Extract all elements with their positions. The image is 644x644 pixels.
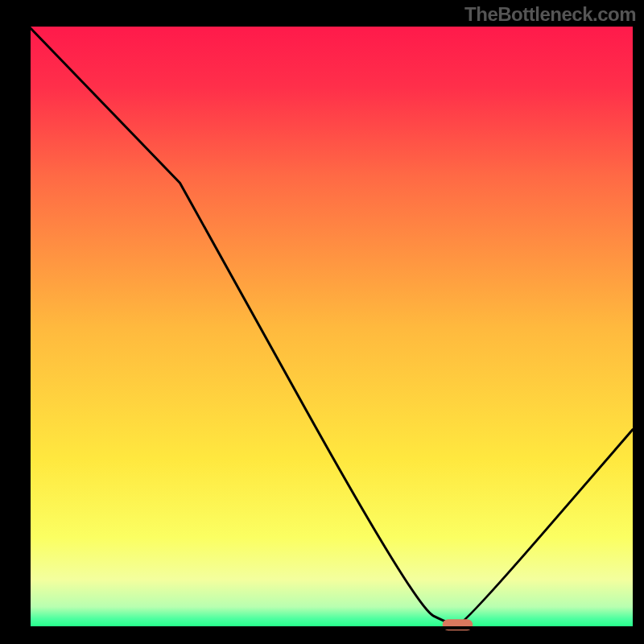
- bottleneck-chart: [0, 0, 644, 644]
- plot-background: [29, 27, 633, 628]
- watermark-text: TheBottleneck.com: [464, 3, 636, 26]
- chart-container: { "watermark": "TheBottleneck.com", "cha…: [0, 0, 644, 644]
